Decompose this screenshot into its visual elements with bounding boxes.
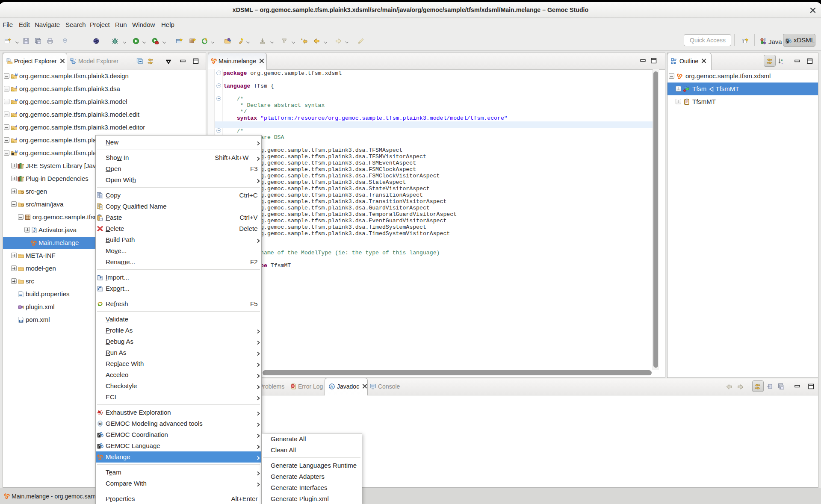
svg-text:J: J [15, 137, 17, 141]
svg-text:M: M [20, 319, 22, 322]
svg-text:J: J [764, 38, 766, 42]
svg-text:s: s [100, 411, 101, 415]
svg-text:M: M [99, 422, 102, 425]
svg-text:J: J [33, 228, 36, 233]
svg-text:*: * [301, 38, 303, 42]
svg-text:J: J [15, 85, 17, 89]
svg-text:M: M [15, 150, 18, 153]
svg-text:z: z [782, 62, 783, 65]
svg-text:a: a [331, 384, 333, 389]
svg-text:M: M [15, 73, 18, 77]
svg-text:J: J [15, 111, 17, 115]
svg-text:J: J [15, 124, 17, 128]
svg-text:M: M [15, 98, 18, 102]
svg-text:010: 010 [19, 295, 23, 297]
